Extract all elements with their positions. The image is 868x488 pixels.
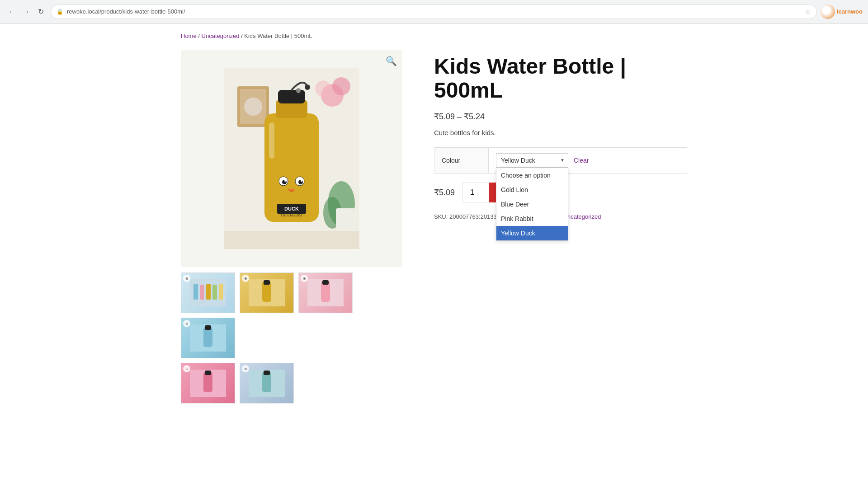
thumb-badge-2: ⊕ bbox=[242, 275, 249, 282]
product-layout: DUCK Life is beautiful 🔍 bbox=[181, 50, 687, 404]
svg-point-20 bbox=[284, 180, 286, 182]
svg-rect-31 bbox=[212, 285, 217, 300]
thumbnail-5[interactable]: ⊕ bbox=[181, 363, 235, 404]
main-image-wrapper: DUCK Life is beautiful 🔍 bbox=[181, 50, 402, 267]
browser-logo: L learnwoo bbox=[821, 5, 863, 19]
variant-row: Colour Yellow Duck ▼ bbox=[434, 147, 687, 173]
option-pink-rabbit[interactable]: Pink Rabbit bbox=[496, 211, 568, 226]
svg-rect-35 bbox=[264, 280, 270, 285]
sku-label: SKU: bbox=[434, 213, 448, 220]
svg-point-14 bbox=[305, 84, 310, 90]
svg-rect-41 bbox=[205, 325, 211, 330]
breadcrumb-home[interactable]: Home bbox=[181, 33, 197, 39]
svg-text:Life is beautiful: Life is beautiful bbox=[281, 214, 302, 217]
thumb-badge-4: ⊕ bbox=[183, 320, 190, 327]
price-range: ₹5.09 – ₹5.24 bbox=[434, 112, 687, 122]
selected-value: Yellow Duck bbox=[501, 157, 535, 164]
product-description: Cute bottles for kids. bbox=[434, 129, 687, 136]
lock-icon: 🔒 bbox=[57, 9, 63, 15]
breadcrumb-current: Kids Water Bottle | 500mL bbox=[244, 33, 312, 39]
thumb-badge-3: ⊕ bbox=[301, 275, 308, 282]
chevron-down-icon: ▼ bbox=[560, 158, 565, 163]
svg-rect-30 bbox=[206, 284, 211, 300]
svg-point-3 bbox=[315, 80, 331, 97]
back-button[interactable]: ← bbox=[5, 5, 18, 18]
clear-link[interactable]: Clear bbox=[574, 157, 589, 164]
breadcrumb-category[interactable]: Uncategorized bbox=[202, 33, 240, 39]
svg-point-21 bbox=[301, 180, 302, 182]
svg-rect-10 bbox=[336, 208, 356, 232]
colour-dropdown[interactable]: Yellow Duck ▼ Choose an option Gold Lion… bbox=[496, 153, 568, 168]
thumbnail-grid: ⊕ ⊕ ⊕ bbox=[181, 272, 407, 358]
option-gold-lion[interactable]: Gold Lion bbox=[496, 183, 568, 197]
thumbnail-2[interactable]: ⊕ bbox=[240, 272, 294, 313]
image-section: DUCK Life is beautiful 🔍 bbox=[181, 50, 407, 404]
svg-point-2 bbox=[332, 77, 350, 95]
selected-option[interactable]: Yellow Duck ▼ bbox=[496, 153, 568, 168]
thumbnail-3[interactable]: ⊕ bbox=[298, 272, 353, 313]
address-bar[interactable]: 🔒 rewoke.local/product/kids-water-bottle… bbox=[51, 5, 817, 19]
bookmark-icon: ☆ bbox=[805, 8, 811, 15]
svg-rect-29 bbox=[200, 285, 204, 300]
bottle-svg: DUCK Life is beautiful bbox=[224, 68, 359, 249]
option-blue-deer[interactable]: Blue Deer bbox=[496, 197, 568, 211]
thumb-badge-6: ⊕ bbox=[242, 365, 249, 372]
thumbnail-1[interactable]: ⊕ bbox=[181, 272, 235, 313]
quantity-input[interactable] bbox=[462, 183, 489, 202]
category-link[interactable]: Uncategorized bbox=[563, 213, 601, 220]
thumbnail-4[interactable]: ⊕ bbox=[181, 318, 235, 358]
nav-buttons: ← → ↻ bbox=[5, 5, 47, 18]
variant-control: Yellow Duck ▼ Choose an option Gold Lion… bbox=[489, 147, 687, 173]
svg-rect-13 bbox=[278, 90, 305, 103]
forward-button[interactable]: → bbox=[20, 5, 33, 18]
refresh-button[interactable]: ↻ bbox=[34, 5, 47, 18]
svg-rect-28 bbox=[193, 284, 198, 300]
svg-rect-47 bbox=[264, 371, 270, 375]
select-wrapper: Yellow Duck ▼ bbox=[496, 153, 568, 168]
url-text: rewoke.local/product/kids-water-bottle-5… bbox=[67, 8, 802, 15]
svg-text:DUCK: DUCK bbox=[284, 206, 299, 211]
thumbnail-6[interactable]: ⊕ bbox=[240, 363, 294, 404]
svg-point-8 bbox=[244, 98, 262, 116]
product-info: Kids Water Bottle | 500mL ₹5.09 – ₹5.24 … bbox=[434, 50, 687, 220]
svg-rect-44 bbox=[205, 371, 211, 375]
breadcrumb: Home / Uncategorized / Kids Water Bottle… bbox=[181, 33, 687, 39]
colour-select-wrapper: Yellow Duck ▼ Choose an option Gold Lion… bbox=[496, 153, 679, 168]
dropdown-options: Choose an option Gold Lion Blue Deer Pin… bbox=[496, 168, 568, 241]
page-content: Home / Uncategorized / Kids Water Bottle… bbox=[163, 23, 705, 413]
option-choose[interactable]: Choose an option bbox=[496, 168, 568, 183]
logo-icon: L bbox=[821, 5, 835, 19]
svg-rect-32 bbox=[219, 284, 223, 300]
option-yellow-duck[interactable]: Yellow Duck bbox=[496, 226, 568, 240]
svg-rect-26 bbox=[224, 231, 359, 249]
thumb-badge-1: ⊕ bbox=[183, 275, 190, 282]
breadcrumb-sep1: / bbox=[198, 33, 201, 39]
svg-point-15 bbox=[296, 89, 301, 93]
svg-rect-38 bbox=[322, 280, 329, 285]
variant-table: Colour Yellow Duck ▼ bbox=[434, 147, 687, 174]
thumbnail-row-2: ⊕ ⊕ bbox=[181, 363, 407, 404]
thumb-badge-5: ⊕ bbox=[183, 365, 190, 372]
zoom-icon[interactable]: 🔍 bbox=[386, 56, 397, 66]
browser-chrome: ← → ↻ 🔒 rewoke.local/product/kids-water-… bbox=[0, 0, 868, 23]
variant-label: Colour bbox=[434, 147, 489, 173]
svg-rect-25 bbox=[269, 122, 274, 159]
current-price: ₹5.09 bbox=[434, 188, 455, 197]
logo-text: learnwoo bbox=[837, 8, 863, 15]
product-title: Kids Water Bottle | 500mL bbox=[434, 55, 687, 103]
